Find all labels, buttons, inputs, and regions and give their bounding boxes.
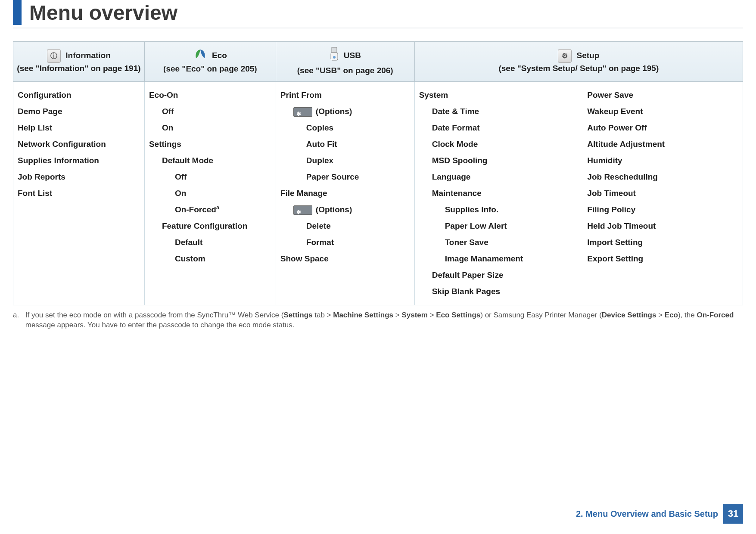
list-item: Demo Page [18, 103, 140, 120]
footnote-seg: tab > [313, 311, 333, 319]
footnote-seg: System [401, 311, 427, 319]
list-item: Delete [306, 218, 410, 234]
menu-table: ⓘ Information (see "Information" on page… [13, 41, 743, 305]
footnote-seg: > [656, 311, 664, 319]
list-item: Off [175, 169, 271, 185]
footnote-seg: ) or Samsung Easy Printer Manager ( [480, 311, 602, 319]
list-item: Copies [306, 120, 410, 136]
th-eco: Eco (see "Eco" on page 205) [144, 42, 276, 82]
options-label: (Options) [316, 107, 352, 116]
list-item: Import Setting [587, 234, 738, 251]
list-item: Job Timeout [587, 185, 738, 202]
list-item: On [162, 120, 271, 136]
list-item: Toner Save [445, 234, 570, 251]
options-icon [293, 107, 312, 117]
list-item: Duplex [306, 152, 410, 169]
list-item: Skip Blank Pages [432, 283, 570, 300]
list-item: Power Save [587, 87, 738, 103]
list-item: Feature Configuration [162, 218, 271, 234]
list-item: Show Space [280, 251, 410, 267]
list-item: Help List [18, 120, 140, 136]
title-accent [13, 0, 22, 25]
footer: 2. Menu Overview and Basic Setup 31 [576, 504, 743, 524]
list-item: Maintenance [432, 185, 570, 202]
footnote-seg: ), the [678, 311, 697, 319]
page-number: 31 [723, 504, 743, 524]
list-item: Paper Source [306, 169, 410, 185]
footnote-seg: Machine Settings [333, 311, 393, 319]
list-item: Job Reports [18, 169, 140, 185]
chapter-label: 2. Menu Overview and Basic Setup [576, 509, 718, 519]
list-item: Eco-On [149, 87, 271, 103]
list-item: Date Format [432, 120, 570, 136]
th-usb-title: USB [344, 51, 361, 60]
list-item: On-Forceda [175, 202, 271, 218]
th-information: ⓘ Information (see "Information" on page… [13, 42, 145, 82]
list-item: Altitude Adjustment [587, 136, 738, 152]
th-setup-title: Setup [577, 51, 600, 60]
options-label: (Options) [316, 205, 352, 214]
th-usb-sub: (see "USB" on page 206) [280, 65, 411, 77]
list-item: Held Job Timeout [587, 218, 738, 234]
list-item: Auto Power Off [587, 120, 738, 136]
list-item: Date & Time [432, 103, 570, 120]
list-item: Default Paper Size [432, 267, 570, 283]
options-icon [293, 205, 312, 215]
list-item: Off [162, 103, 271, 120]
svg-point-2 [333, 56, 336, 59]
th-eco-sub: (see "Eco" on page 205) [148, 63, 272, 75]
list-item: MSD Spooling [432, 152, 570, 169]
list-item: Image Manamement [445, 251, 570, 267]
list-item: Job Rescheduling [587, 169, 738, 185]
information-icon: ⓘ [47, 49, 61, 63]
list-item: Supplies Information [18, 152, 140, 169]
list-item: Custom [175, 251, 271, 267]
on-forced-label: On-Forced [175, 205, 216, 214]
footnote-marker: a [216, 204, 219, 211]
cell-information: Configuration Demo Page Help List Networ… [13, 82, 145, 305]
cell-usb: Print From (Options) Copies Auto Fit Dup… [276, 82, 414, 305]
list-item: On [175, 185, 271, 202]
list-item: Network Configuration [18, 136, 140, 152]
list-item: Auto Fit [306, 136, 410, 152]
footnote-seg: Eco Settings [436, 311, 480, 319]
footnote: a. If you set the eco mode on with a pas… [13, 310, 743, 330]
th-setup: ⚙ Setup (see "System Setup/ Setup" on pa… [414, 42, 743, 82]
eco-icon [193, 49, 207, 63]
list-item: Font List [18, 185, 140, 202]
list-item: Humidity [587, 152, 738, 169]
list-item: Print From [280, 87, 410, 103]
list-item: Clock Mode [432, 136, 570, 152]
list-item: Filing Policy [587, 202, 738, 218]
title-bar: Menu overview [13, 0, 743, 28]
setup-icon: ⚙ [558, 49, 572, 63]
list-item: (Options) [293, 202, 410, 218]
footnote-seg: Device Settings [602, 311, 656, 319]
th-information-title: Information [65, 51, 111, 60]
th-setup-sub: (see "System Setup/ Setup" on page 195) [418, 63, 739, 75]
footnote-seg: message appears. You have to enter the p… [25, 321, 295, 329]
usb-icon [330, 47, 339, 65]
list-item: Wakeup Event [587, 103, 738, 120]
footnote-seg: > [428, 311, 436, 319]
th-usb: USB (see "USB" on page 206) [276, 42, 414, 82]
footnote-text: If you set the eco mode on with a passco… [25, 310, 743, 330]
page-title: Menu overview [29, 3, 177, 25]
list-item: System [419, 87, 570, 103]
list-item: Settings [149, 136, 271, 152]
th-information-sub: (see "Information" on page 191) [17, 63, 141, 75]
footnote-seg: On-Forced [697, 311, 734, 319]
list-item: (Options) [293, 103, 410, 120]
list-item: Default [175, 234, 271, 251]
footnote-seg: Eco [665, 311, 678, 319]
list-item: Language [432, 169, 570, 185]
list-item: Export Setting [587, 251, 738, 267]
footnote-seg: > [393, 311, 401, 319]
footnote-seg: If you set the eco mode on with a passco… [25, 311, 284, 319]
list-item: Default Mode [162, 152, 271, 169]
cell-setup: System Date & Time Date Format Clock Mod… [414, 82, 743, 305]
th-eco-title: Eco [212, 51, 227, 60]
list-item: Format [306, 234, 410, 251]
list-item: Configuration [18, 87, 140, 103]
footnote-marker: a. [13, 310, 23, 320]
